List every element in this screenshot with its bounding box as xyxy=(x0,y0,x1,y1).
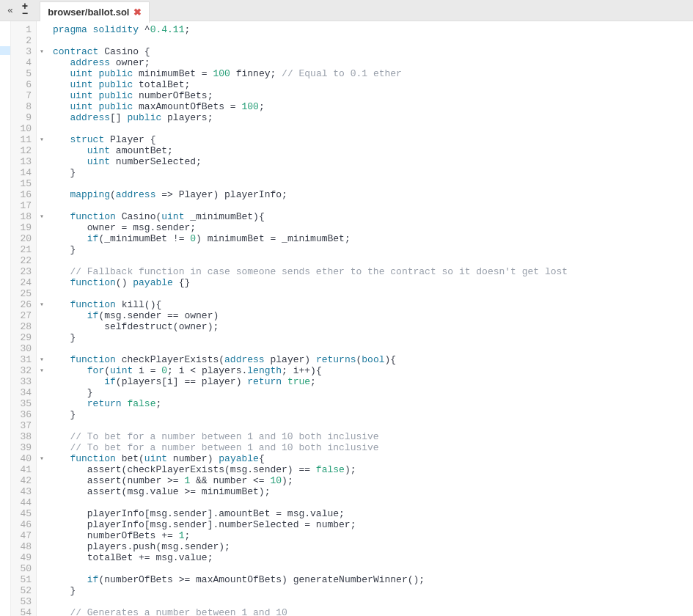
code-line[interactable]: uint public maxAmountOfBets = 100; xyxy=(53,101,693,112)
line-number[interactable]: 5 xyxy=(14,68,32,79)
code-line[interactable]: selfdestruct(owner); xyxy=(53,321,693,332)
fold-marker[interactable]: ▾ xyxy=(37,453,47,464)
code-line[interactable]: // Fallback function in case someone sen… xyxy=(53,266,693,277)
code-line[interactable]: // Generates a number between 1 and 10 xyxy=(53,607,693,616)
code-line[interactable]: } xyxy=(53,387,693,398)
code-line[interactable]: struct Player { xyxy=(53,134,693,145)
line-number[interactable]: 31 xyxy=(14,354,32,365)
code-line[interactable]: for(uint i = 0; i < players.length; i++)… xyxy=(53,365,693,376)
code-line[interactable]: } xyxy=(53,244,693,255)
code-line[interactable]: address[] public players; xyxy=(53,112,693,123)
code-line[interactable]: assert(msg.value >= minimumBet); xyxy=(53,486,693,497)
line-number[interactable]: 1 xyxy=(14,24,32,35)
code-line[interactable]: owner = msg.sender; xyxy=(53,222,693,233)
line-number-gutter[interactable]: 1234567891011121314151617181920212223242… xyxy=(11,21,37,616)
fold-marker[interactable]: ▾ xyxy=(37,46,47,57)
line-number[interactable]: 41 xyxy=(14,464,32,475)
code-line[interactable] xyxy=(53,200,693,211)
line-number[interactable]: 21 xyxy=(14,244,32,255)
code-line[interactable]: playerInfo[msg.sender].amountBet = msg.v… xyxy=(53,508,693,519)
line-number[interactable]: 12 xyxy=(14,145,32,156)
line-number[interactable]: 23 xyxy=(14,266,32,277)
line-number[interactable]: 47 xyxy=(14,530,32,541)
line-number[interactable]: 34 xyxy=(14,387,32,398)
line-number[interactable]: 49 xyxy=(14,552,32,563)
code-line[interactable]: return false; xyxy=(53,398,693,409)
code-line[interactable]: if(msg.sender == owner) xyxy=(53,310,693,321)
code-line[interactable]: uint numberSelected; xyxy=(53,156,693,167)
code-line[interactable]: function checkPlayerExists(address playe… xyxy=(53,354,693,365)
code-line[interactable]: function Casino(uint _minimumBet){ xyxy=(53,211,693,222)
breakpoint-gutter[interactable] xyxy=(0,21,11,616)
line-number[interactable]: 53 xyxy=(14,596,32,607)
line-number[interactable]: 16 xyxy=(14,189,32,200)
line-number[interactable]: 29 xyxy=(14,332,32,343)
line-number[interactable]: 11 xyxy=(14,134,32,145)
code-line[interactable]: assert(checkPlayerExists(msg.sender) == … xyxy=(53,464,693,475)
code-line[interactable] xyxy=(53,123,693,134)
code-line[interactable]: uint public minimumBet = 100 finney; // … xyxy=(53,68,693,79)
line-number[interactable]: 43 xyxy=(14,486,32,497)
code-line[interactable] xyxy=(53,288,693,299)
code-line[interactable]: if(_minimumBet != 0) minimumBet = _minim… xyxy=(53,233,693,244)
line-number[interactable]: 33 xyxy=(14,376,32,387)
close-tab-icon[interactable]: ✖ xyxy=(133,7,142,18)
code-line[interactable]: function kill(){ xyxy=(53,299,693,310)
code-area[interactable]: pragma solidity ^0.4.11; contract Casino… xyxy=(47,21,693,616)
code-line[interactable]: totalBet += msg.value; xyxy=(53,552,693,563)
fold-marker[interactable]: ▾ xyxy=(37,365,47,376)
fold-gutter[interactable]: ▾▾▾▾▾▾▾ xyxy=(37,21,47,616)
collapse-icon[interactable]: « xyxy=(4,5,16,16)
code-line[interactable] xyxy=(53,35,693,46)
code-line[interactable]: function() payable {} xyxy=(53,277,693,288)
line-number[interactable]: 7 xyxy=(14,90,32,101)
code-line[interactable]: uint public numberOfBets; xyxy=(53,90,693,101)
code-line[interactable]: address owner; xyxy=(53,57,693,68)
line-number[interactable]: 25 xyxy=(14,288,32,299)
code-line[interactable] xyxy=(53,178,693,189)
line-number[interactable]: 51 xyxy=(14,574,32,585)
fold-marker[interactable]: ▾ xyxy=(37,134,47,145)
code-line[interactable]: // To bet for a number between 1 and 10 … xyxy=(53,442,693,453)
fold-marker[interactable]: ▾ xyxy=(37,211,47,222)
line-number[interactable]: 20 xyxy=(14,233,32,244)
line-number[interactable]: 27 xyxy=(14,310,32,321)
code-line[interactable]: } xyxy=(53,332,693,343)
decrease-font-button[interactable]: − xyxy=(22,10,28,18)
code-line[interactable]: uint public totalBet; xyxy=(53,79,693,90)
code-line[interactable]: } xyxy=(53,585,693,596)
line-number[interactable]: 45 xyxy=(14,508,32,519)
line-number[interactable]: 17 xyxy=(14,200,32,211)
code-line[interactable]: pragma solidity ^0.4.11; xyxy=(53,24,693,35)
code-line[interactable]: if(numberOfBets >= maxAmountOfBets) gene… xyxy=(53,574,693,585)
code-line[interactable]: } xyxy=(53,409,693,420)
line-number[interactable]: 30 xyxy=(14,343,32,354)
code-line[interactable]: assert(number >= 1 && number <= 10); xyxy=(53,475,693,486)
code-line[interactable] xyxy=(53,563,693,574)
line-number[interactable]: 8 xyxy=(14,101,32,112)
line-number[interactable]: 6 xyxy=(14,79,32,90)
code-line[interactable] xyxy=(53,596,693,607)
code-line[interactable]: playerInfo[msg.sender].numberSelected = … xyxy=(53,519,693,530)
line-number[interactable]: 10 xyxy=(14,123,32,134)
line-number[interactable]: 35 xyxy=(14,398,32,409)
fold-marker[interactable]: ▾ xyxy=(37,299,47,310)
code-line[interactable] xyxy=(53,420,693,431)
line-number[interactable]: 28 xyxy=(14,321,32,332)
code-line[interactable]: contract Casino { xyxy=(53,46,693,57)
line-number[interactable]: 38 xyxy=(14,431,32,442)
line-number[interactable]: 2 xyxy=(14,35,32,46)
line-number[interactable]: 52 xyxy=(14,585,32,596)
line-number[interactable]: 50 xyxy=(14,563,32,574)
file-tab[interactable]: browser/ballot.sol ✖ xyxy=(40,1,150,23)
line-number[interactable]: 40 xyxy=(14,453,32,464)
code-line[interactable] xyxy=(53,255,693,266)
line-number[interactable]: 36 xyxy=(14,409,32,420)
line-number[interactable]: 14 xyxy=(14,167,32,178)
code-line[interactable]: players.push(msg.sender); xyxy=(53,541,693,552)
line-number[interactable]: 18 xyxy=(14,211,32,222)
line-number[interactable]: 4 xyxy=(14,57,32,68)
line-number[interactable]: 13 xyxy=(14,156,32,167)
line-number[interactable]: 48 xyxy=(14,541,32,552)
code-line[interactable] xyxy=(53,343,693,354)
